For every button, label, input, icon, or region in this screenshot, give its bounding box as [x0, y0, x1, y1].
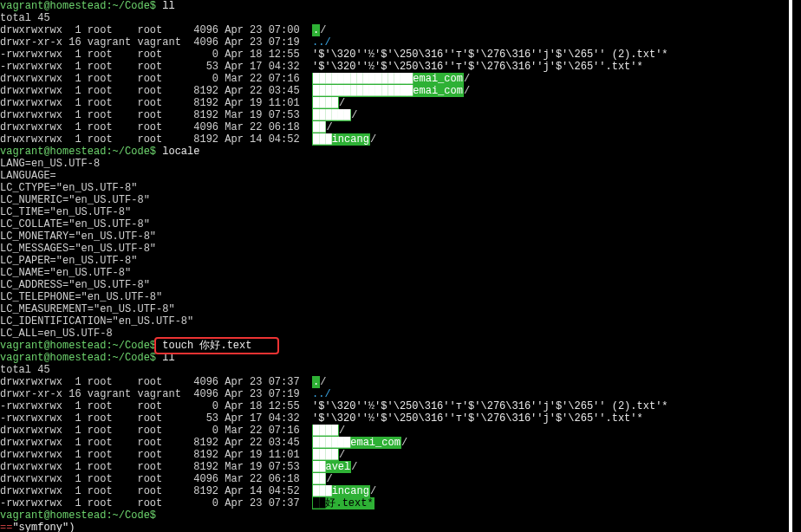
- locale-row: LC_ADDRESS="en_US.UTF-8": [0, 279, 780, 291]
- ls-row: -rwxrwxrwx 1 root root 53 Apr 17 04:32 '…: [0, 412, 780, 425]
- ls-row: -rwxrwxrwx 1 root root 0 Apr 23 07:37 ██…: [0, 497, 780, 509]
- ls-row: drwxrwxrwx 1 root root 4096 Apr 23 07:37…: [0, 376, 780, 388]
- ls-row: -rwxrwxrwx 1 root root 0 Apr 18 12:55 '$…: [0, 49, 780, 61]
- prompt-line[interactable]: vagrant@homestead:~/Code$ ll: [0, 352, 780, 364]
- ls-row: drwxrwxrwx 1 root root 8192 Apr 19 11:01…: [0, 97, 780, 109]
- ls-row: -rwxrwxrwx 1 root root 0 Apr 18 12:55 '$…: [0, 400, 780, 412]
- ls-row: drwxrwxrwx 1 root root 8192 Apr 22 03:45…: [0, 437, 780, 449]
- locale-row: LC_TELEPHONE="en_US.UTF-8": [0, 291, 780, 303]
- ls-row: -rwxrwxrwx 1 root root 53 Apr 17 04:32 '…: [0, 61, 780, 73]
- locale-row: LC_NAME="en_US.UTF-8": [0, 267, 780, 279]
- locale-row: LC_MESSAGES="en_US.UTF-8": [0, 243, 780, 255]
- locale-row: LANGUAGE=: [0, 170, 780, 182]
- prompt-line[interactable]: vagrant@homestead:~/Code$ ll: [0, 0, 780, 12]
- total-line: total 45: [0, 12, 780, 24]
- ls-row: drwxrwxrwx 1 root root 8192 Apr 19 11:01…: [0, 449, 780, 461]
- ls-row: drwxrwxrwx 1 root root 8192 Apr 14 04:52…: [0, 485, 780, 497]
- ls-row: drwxrwxrwx 1 root root 8192 Apr 22 03:45…: [0, 85, 780, 97]
- locale-row: LC_COLLATE="en_US.UTF-8": [0, 218, 780, 230]
- locale-row: LC_MEASUREMENT="en_US.UTF-8": [0, 303, 780, 315]
- ls-row: drwxrwxrwx 1 root root 4096 Mar 22 06:18…: [0, 121, 780, 133]
- locale-row: LANG=en_US.UTF-8: [0, 158, 780, 170]
- locale-row: LC_TIME="en_US.UTF-8": [0, 206, 780, 218]
- locale-row: LC_IDENTIFICATION="en_US.UTF-8": [0, 315, 780, 328]
- ls-row: drwxrwxrwx 1 root root 8192 Mar 19 07:53…: [0, 109, 780, 121]
- locale-row: LC_ALL=en_US.UTF-8: [0, 328, 780, 340]
- ls-row: drwxrwxrwx 1 root root 0 Mar 22 07:16 ██…: [0, 425, 780, 437]
- ls-row: drwxrwxrwx 1 root root 8192 Apr 14 04:52…: [0, 133, 780, 146]
- ls-row: drwxr-xr-x 16 vagrant vagrant 4096 Apr 2…: [0, 388, 780, 400]
- prompt-line[interactable]: vagrant@homestead:~/Code$: [0, 509, 780, 522]
- locale-row: LC_NUMERIC="en_US.UTF-8": [0, 194, 780, 206]
- terminal-output[interactable]: vagrant@homestead:~/Code$ lltotal 45drwx…: [0, 0, 780, 532]
- ls-row: drwxrwxrwx 1 root root 0 Mar 22 07:16 ██…: [0, 73, 780, 85]
- ls-row: drwxrwxrwx 1 root root 4096 Mar 22 06:18…: [0, 473, 780, 485]
- scrollbar[interactable]: [789, 0, 792, 532]
- ls-row: drwxrwxrwx 1 root root 4096 Apr 23 07:00…: [0, 24, 780, 36]
- footer-hint: =="symfony"): [0, 522, 780, 532]
- ls-row: drwxrwxrwx 1 root root 8192 Mar 19 07:53…: [0, 461, 780, 473]
- prompt-touch-line[interactable]: vagrant@homestead:~/Code$ touch 你好.text: [0, 340, 780, 352]
- locale-row: LC_CTYPE="en_US.UTF-8": [0, 182, 780, 194]
- prompt-line[interactable]: vagrant@homestead:~/Code$ locale: [0, 146, 780, 158]
- locale-row: LC_MONETARY="en_US.UTF-8": [0, 230, 780, 243]
- ls-row: drwxr-xr-x 16 vagrant vagrant 4096 Apr 2…: [0, 36, 780, 49]
- locale-row: LC_PAPER="en_US.UTF-8": [0, 255, 780, 267]
- total-line: total 45: [0, 364, 780, 376]
